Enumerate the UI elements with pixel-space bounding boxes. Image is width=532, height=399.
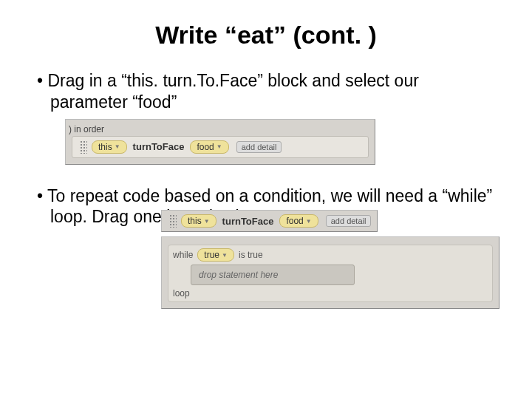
this-pill[interactable]: this▼: [92, 140, 127, 154]
code-panel-1: ) in order this▼ turnToFace food▼ add de…: [65, 119, 375, 165]
true-pill[interactable]: true▼: [197, 248, 234, 262]
bullet-1: Drag in a “this. turn.To.Face” block and…: [37, 70, 495, 113]
method-label: turnToFace: [130, 141, 188, 152]
slide-title: Write “eat” (cont. ): [37, 21, 495, 50]
code-row-1: this▼ turnToFace food▼ add detail: [72, 136, 369, 158]
while-panel: while true▼ is true drop statement here …: [161, 236, 499, 309]
add-detail-button-2[interactable]: add detail: [326, 215, 372, 227]
food-pill-2[interactable]: food▼: [279, 214, 318, 228]
code-row-2-container: this▼ turnToFace food▼ add detail: [161, 210, 378, 232]
loop-label: loop: [173, 288, 488, 299]
grip-icon[interactable]: [80, 140, 87, 154]
cut-label: ) in order: [69, 124, 369, 134]
is-true-label: is true: [239, 250, 263, 260]
grip-icon[interactable]: [169, 214, 177, 228]
method-label-2: turnToFace: [219, 216, 277, 227]
slide: Write “eat” (cont. ) Drag in a “this. tu…: [0, 0, 532, 344]
drop-zone[interactable]: drop statement here: [191, 265, 355, 285]
add-detail-button[interactable]: add detail: [236, 141, 282, 153]
food-pill[interactable]: food▼: [190, 140, 228, 154]
while-keyword: while: [173, 250, 193, 260]
this-pill-2[interactable]: this▼: [181, 214, 216, 228]
while-block[interactable]: while true▼ is true drop statement here …: [168, 245, 493, 302]
